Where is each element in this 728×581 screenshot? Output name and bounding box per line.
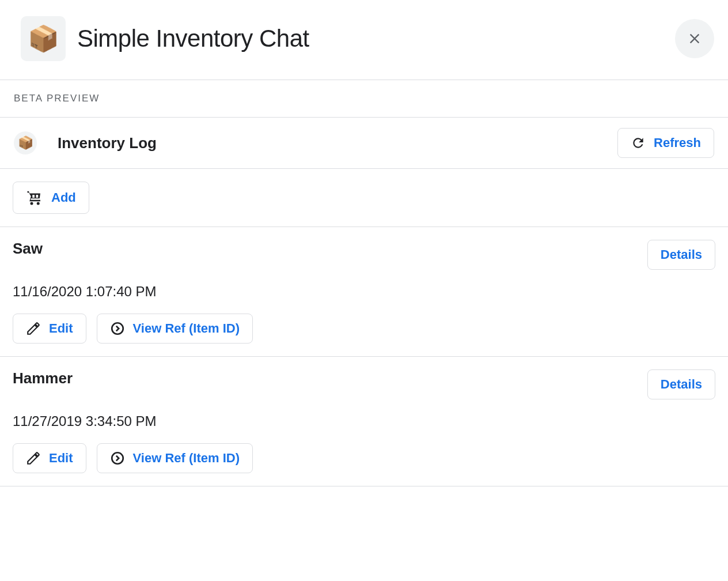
svg-point-0: [112, 323, 123, 334]
close-icon: [687, 31, 703, 47]
refresh-button[interactable]: Refresh: [617, 128, 714, 158]
item-timestamp: 11/27/2019 3:34:50 PM: [13, 413, 715, 429]
edit-label: Edit: [49, 321, 73, 336]
section-title: Inventory Log: [58, 134, 617, 152]
view-ref-button[interactable]: View Ref (Item ID): [97, 314, 253, 344]
chevron-circle-icon: [110, 321, 125, 336]
view-ref-label: View Ref (Item ID): [133, 321, 240, 336]
close-button[interactable]: [675, 19, 714, 58]
package-icon: 📦: [18, 137, 33, 149]
app-icon: 📦: [21, 16, 66, 61]
list-item: Saw Details 11/16/2020 1:07:40 PM Edit V…: [0, 227, 728, 357]
pencil-icon: [26, 321, 41, 336]
details-button[interactable]: Details: [647, 369, 715, 399]
add-button[interactable]: Add: [13, 182, 89, 214]
cart-icon: [26, 189, 43, 206]
beta-preview-label: BETA PREVIEW: [0, 80, 728, 118]
add-label: Add: [51, 190, 76, 205]
item-name: Hammer: [13, 369, 647, 387]
app-title: Simple Inventory Chat: [77, 25, 675, 52]
item-name: Saw: [13, 240, 647, 258]
view-ref-button[interactable]: View Ref (Item ID): [97, 443, 253, 473]
pencil-icon: [26, 451, 41, 466]
chevron-circle-icon: [110, 451, 125, 466]
edit-button[interactable]: Edit: [13, 314, 86, 344]
refresh-label: Refresh: [654, 135, 701, 150]
app-header: 📦 Simple Inventory Chat: [0, 0, 728, 80]
edit-label: Edit: [49, 451, 73, 466]
section-header: 📦 Inventory Log Refresh: [0, 118, 728, 169]
item-timestamp: 11/16/2020 1:07:40 PM: [13, 284, 715, 300]
edit-button[interactable]: Edit: [13, 443, 86, 473]
list-item: Hammer Details 11/27/2019 3:34:50 PM Edi…: [0, 357, 728, 486]
add-row: Add: [0, 169, 728, 227]
refresh-icon: [631, 135, 646, 150]
item-actions: Edit View Ref (Item ID): [13, 443, 715, 473]
item-actions: Edit View Ref (Item ID): [13, 314, 715, 344]
section-icon: 📦: [14, 131, 37, 154]
view-ref-label: View Ref (Item ID): [133, 451, 240, 466]
svg-point-1: [112, 452, 123, 464]
details-button[interactable]: Details: [647, 240, 715, 270]
package-icon: 📦: [28, 26, 59, 51]
